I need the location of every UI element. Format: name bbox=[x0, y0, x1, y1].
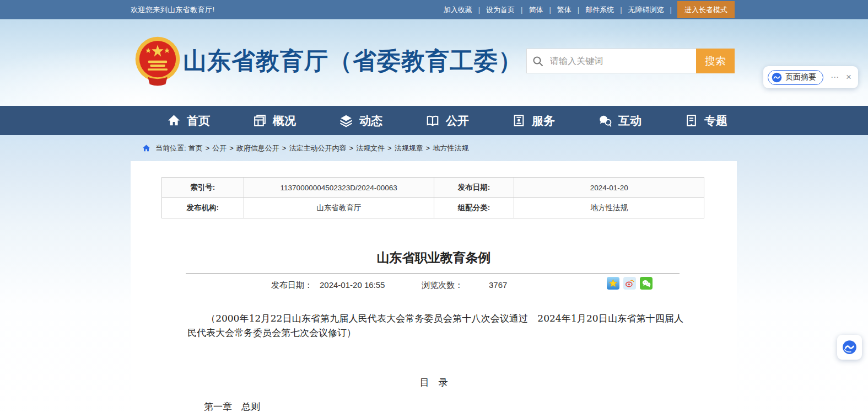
assistant-logo-icon bbox=[842, 340, 857, 355]
page-summary-label: 页面摘要 bbox=[785, 72, 816, 82]
publisher-value: 山东省教育厅 bbox=[244, 198, 434, 218]
search-input[interactable] bbox=[549, 49, 696, 73]
separator: > bbox=[387, 144, 392, 152]
breadcrumb-prefix: 当前位置: bbox=[155, 143, 186, 153]
separator: > bbox=[206, 144, 210, 152]
category-value: 地方性法规 bbox=[514, 198, 704, 218]
page-summary-button[interactable]: 页面摘要 bbox=[768, 70, 823, 85]
nav-item-home[interactable]: 首页 bbox=[167, 113, 210, 129]
elder-mode-button[interactable]: 进入长者模式 bbox=[677, 1, 735, 18]
divider bbox=[186, 273, 680, 274]
topbar-link-simplified[interactable]: 简体 bbox=[522, 5, 549, 15]
topbar-link-add-favorite[interactable]: 加入收藏 bbox=[438, 5, 478, 15]
assistant-float-button[interactable] bbox=[837, 335, 862, 360]
nav-item-interaction[interactable]: 互动 bbox=[598, 113, 641, 129]
overview-icon bbox=[253, 114, 267, 127]
article-intro-paragraph: （2000年12月22日山东省第九届人民代表大会常务委员会第十八次会议通过 20… bbox=[187, 311, 683, 340]
site-header: 山东省教育厅（省委教育工委） 搜索 页面摘要 ⋯ × bbox=[0, 19, 868, 106]
nav-label: 公开 bbox=[446, 113, 469, 129]
breadcrumb-item-local-regulations: 地方性法规 bbox=[433, 143, 468, 153]
top-utility-bar: 欢迎您来到山东省教育厅! 加入收藏 | 设为首页 | 简体 | 繁体 | 邮件系… bbox=[0, 0, 868, 19]
breadcrumb-item-public[interactable]: 公开 bbox=[212, 143, 227, 153]
topbar-link-accessibility[interactable]: 无障碍浏览 bbox=[622, 5, 670, 15]
site-title: 山东省教育厅（省委教育工委） bbox=[183, 45, 522, 77]
breadcrumb-item-home[interactable]: 首页 bbox=[188, 143, 203, 153]
topbar-link-mail-system[interactable]: 邮件系统 bbox=[579, 5, 620, 15]
assistant-logo-icon bbox=[772, 72, 782, 83]
separator: > bbox=[349, 144, 353, 152]
content-background: 当前位置: 首页 > 公开 > 政府信息公开 > 法定主动公开内容 > 法规文件… bbox=[0, 135, 868, 417]
nav-label: 动态 bbox=[359, 113, 382, 129]
main-navigation: 首页 概况 动态 bbox=[0, 106, 868, 135]
article-title: 山东省职业教育条例 bbox=[131, 249, 737, 266]
topics-doc-icon bbox=[684, 114, 698, 127]
separator: > bbox=[426, 144, 430, 152]
breadcrumb-item-gov-info[interactable]: 政府信息公开 bbox=[236, 143, 279, 153]
table-row: 索引号: 11370000004502323D/2024-00063 发布日期:… bbox=[162, 178, 704, 198]
service-person-icon bbox=[512, 114, 526, 127]
breadcrumb-item-statutory[interactable]: 法定主动公开内容 bbox=[289, 143, 346, 153]
chat-bubbles-icon bbox=[598, 114, 612, 128]
breadcrumb: 当前位置: 首页 > 公开 > 政府信息公开 > 法定主动公开内容 > 法规文件… bbox=[0, 135, 868, 161]
publish-time-label: 发布日期： bbox=[271, 280, 312, 291]
more-options-icon[interactable]: ⋯ bbox=[831, 72, 839, 82]
nav-item-overview[interactable]: 概况 bbox=[253, 113, 296, 129]
category-label: 组配分类: bbox=[434, 198, 514, 218]
article-card: 索引号: 11370000004502323D/2024-00063 发布日期:… bbox=[131, 161, 737, 417]
chapter-1-heading: 第一章 总则 bbox=[204, 400, 260, 413]
search-box: 搜索 bbox=[526, 49, 735, 73]
welcome-text: 欢迎您来到山东省教育厅! bbox=[131, 5, 215, 15]
nav-item-services[interactable]: 服务 bbox=[512, 113, 555, 129]
nav-label: 首页 bbox=[187, 113, 210, 129]
page: 欢迎您来到山东省教育厅! 加入收藏 | 设为首页 | 简体 | 繁体 | 邮件系… bbox=[0, 0, 868, 417]
views-count: 3767 bbox=[489, 280, 507, 290]
breadcrumb-item-regulation-files[interactable]: 法规文件 bbox=[356, 143, 385, 153]
index-number-value: 11370000004502323D/2024-00063 bbox=[244, 178, 434, 198]
topbar-links: 加入收藏 | 设为首页 | 简体 | 繁体 | 邮件系统 | 无障碍浏览 | 进… bbox=[438, 0, 735, 19]
index-number-label: 索引号: bbox=[162, 178, 244, 198]
nav-items: 首页 概况 动态 bbox=[167, 106, 727, 135]
nav-item-news[interactable]: 动态 bbox=[339, 113, 382, 129]
document-meta-table: 索引号: 11370000004502323D/2024-00063 发布日期:… bbox=[161, 177, 704, 218]
wechat-share-icon[interactable] bbox=[640, 277, 653, 290]
breadcrumb-item-regulations[interactable]: 法规规章 bbox=[395, 143, 423, 153]
home-icon bbox=[167, 114, 181, 127]
nav-item-public-info[interactable]: 公开 bbox=[425, 113, 469, 129]
publish-date-label: 发布日期: bbox=[434, 178, 514, 198]
nav-label: 专题 bbox=[704, 113, 727, 129]
publish-date-value: 2024-01-20 bbox=[514, 178, 704, 198]
separator: | bbox=[670, 6, 672, 14]
breadcrumb-home-icon[interactable] bbox=[142, 144, 150, 152]
nav-label: 概况 bbox=[273, 113, 296, 129]
table-row: 发布机构: 山东省教育厅 组配分类: 地方性法规 bbox=[162, 198, 704, 218]
separator: > bbox=[229, 144, 234, 152]
views-label: 浏览次数： bbox=[422, 280, 463, 291]
nav-item-topics[interactable]: 专题 bbox=[684, 113, 727, 129]
publish-time-value: 2024-01-20 16:55 bbox=[320, 280, 385, 290]
nav-label: 服务 bbox=[532, 113, 555, 129]
separator: > bbox=[282, 144, 287, 152]
page-summary-widget: 页面摘要 ⋯ × bbox=[763, 66, 858, 88]
search-icon bbox=[527, 49, 549, 73]
search-button[interactable]: 搜索 bbox=[696, 49, 735, 73]
close-icon[interactable]: × bbox=[846, 72, 851, 83]
open-book-icon bbox=[425, 114, 440, 128]
publisher-label: 发布机构: bbox=[162, 198, 244, 218]
national-emblem-logo[interactable] bbox=[133, 36, 182, 88]
table-of-contents-title: 目 录 bbox=[131, 376, 737, 389]
qzone-share-icon[interactable] bbox=[607, 277, 619, 290]
topbar-link-traditional[interactable]: 繁体 bbox=[551, 5, 578, 15]
news-stack-icon bbox=[339, 114, 353, 128]
share-bar bbox=[607, 277, 653, 290]
topbar-link-set-homepage[interactable]: 设为首页 bbox=[480, 5, 521, 15]
nav-label: 互动 bbox=[618, 113, 641, 129]
weibo-share-icon[interactable] bbox=[623, 277, 636, 290]
